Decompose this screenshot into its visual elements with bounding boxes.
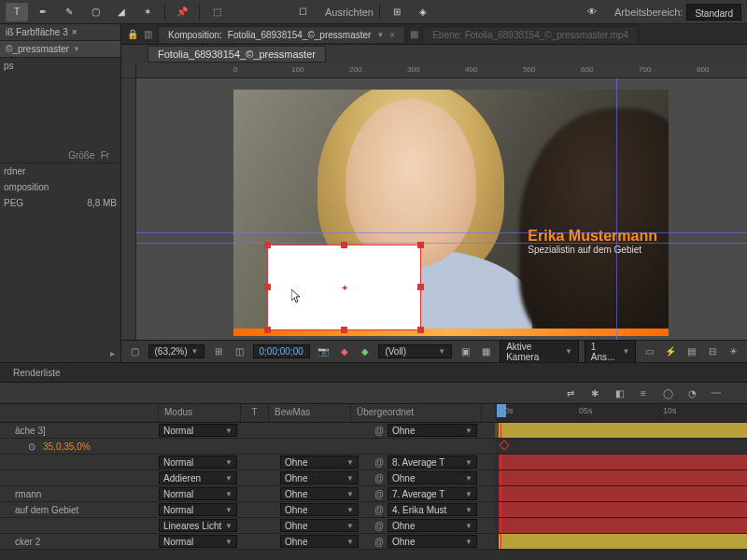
- layer-bar[interactable]: [499, 486, 747, 501]
- auto-keyframe-icon[interactable]: ◔: [684, 385, 700, 401]
- col-bewmas[interactable]: BewMas: [269, 404, 351, 422]
- col-t[interactable]: T: [241, 404, 269, 422]
- views-select[interactable]: 1 Ans...▼: [585, 340, 637, 364]
- timeline-row[interactable]: Addieren▼Ohne▼@Ohne▼: [0, 470, 747, 486]
- grid-icon[interactable]: ⊞: [210, 343, 226, 360]
- track-area[interactable]: [495, 439, 747, 454]
- fast-preview-icon[interactable]: ⚡: [663, 343, 679, 360]
- blend-mode-select[interactable]: Lineares Licht▼: [159, 519, 237, 532]
- track-area[interactable]: [495, 518, 747, 533]
- timeline-row[interactable]: Lineares Licht▼Ohne▼@Ohne▼: [0, 518, 747, 534]
- snapshot-icon[interactable]: 📷: [316, 343, 331, 360]
- layer-name[interactable]: auf dem Gebiet: [0, 505, 159, 515]
- channel-icon[interactable]: ◆: [336, 343, 352, 360]
- keyframe-icon[interactable]: [499, 440, 509, 450]
- col-parent[interactable]: Übergeordnet: [351, 404, 482, 422]
- ruler-horizontal[interactable]: 0 100 200 300 400 500 600 700 800: [136, 63, 747, 78]
- motion-blur-icon[interactable]: ≡: [635, 385, 652, 401]
- scale-value[interactable]: 35,0,35,0%: [39, 441, 91, 452]
- composition-viewer[interactable]: 0 100 200 300 400 500 600 700 800 Erika …: [121, 63, 747, 340]
- timeline-row[interactable]: cker 2Normal▼Ohne▼@Ohne▼: [0, 534, 747, 550]
- hand-tool[interactable]: ⬚: [205, 3, 228, 21]
- pickwhip-icon[interactable]: @: [374, 488, 385, 499]
- resize-handle[interactable]: [341, 327, 347, 333]
- pen-tool[interactable]: ✒: [32, 3, 54, 21]
- pickwhip-icon[interactable]: @: [374, 520, 385, 531]
- color-mgmt-icon[interactable]: ◆: [358, 343, 374, 360]
- pixel-aspect-icon[interactable]: ▭: [641, 343, 657, 360]
- time-ruler[interactable]: 0s 05s 10s: [495, 404, 747, 422]
- guide-horizontal[interactable]: [136, 232, 747, 233]
- col-modus[interactable]: Modus: [159, 404, 241, 422]
- track-area[interactable]: [495, 502, 747, 517]
- layer-name[interactable]: äche 3]: [0, 426, 159, 436]
- ruler-vertical[interactable]: [121, 78, 136, 340]
- resize-handle[interactable]: [417, 242, 424, 248]
- pickwhip-icon[interactable]: @: [374, 425, 385, 436]
- parent-select[interactable]: 7. Average T▼: [388, 487, 477, 500]
- shy-icon[interactable]: ✱: [586, 385, 603, 401]
- flowchart-icon[interactable]: ⊟: [705, 343, 721, 360]
- timeline-row[interactable]: auf dem GebietNormal▼Ohne▼@4. Erika Must…: [0, 502, 747, 518]
- blend-mode-select[interactable]: Normal▼: [159, 503, 237, 516]
- parent-select[interactable]: Ohne▼: [388, 471, 477, 484]
- track-area[interactable]: [495, 423, 747, 438]
- stopwatch-icon[interactable]: ⊙: [28, 441, 35, 452]
- resize-handle[interactable]: [264, 284, 271, 290]
- panel-tab-project[interactable]: ©_pressmaster ▼: [0, 41, 120, 58]
- track-area[interactable]: [495, 470, 747, 485]
- selected-layer-rect[interactable]: ✦: [267, 245, 421, 330]
- anchor-point-icon[interactable]: ✦: [340, 283, 349, 292]
- layer-bar[interactable]: [499, 518, 747, 533]
- roi-icon[interactable]: ▣: [458, 343, 473, 360]
- timecode-field[interactable]: 0;00;00;00: [253, 344, 310, 358]
- comp-tab-active[interactable]: Komposition: Fotolia_68938154_©_pressmas…: [158, 26, 405, 43]
- parent-select[interactable]: 8. Average T▼: [388, 455, 477, 469]
- expand-icon[interactable]: ▸: [110, 348, 115, 358]
- trkmat-select[interactable]: Ohne▼: [280, 487, 359, 500]
- layer-name[interactable]: cker 2: [0, 537, 159, 547]
- layer-name[interactable]: rmann: [0, 489, 159, 499]
- layer-bar[interactable]: [499, 534, 747, 549]
- timeline-row[interactable]: äche 3]Normal▼@Ohne▼: [0, 423, 747, 439]
- eraser-tool[interactable]: ◢: [110, 3, 133, 21]
- project-item[interactable]: rdner: [0, 163, 120, 179]
- blend-mode-select[interactable]: Normal▼: [159, 455, 237, 469]
- puppet-tool[interactable]: 📌: [171, 3, 193, 21]
- layer-bar[interactable]: [499, 470, 747, 485]
- parent-select[interactable]: Ohne▼: [388, 424, 477, 437]
- trkmat-select[interactable]: Ohne▼: [280, 503, 359, 516]
- close-icon[interactable]: ×: [389, 30, 395, 40]
- pickwhip-icon[interactable]: @: [374, 536, 385, 547]
- canvas[interactable]: Erika Mustermann Spezialistin auf dem Ge…: [136, 78, 747, 340]
- track-area[interactable]: [495, 455, 747, 469]
- timeline-tab-render[interactable]: Renderliste: [4, 366, 70, 380]
- workspace-select[interactable]: Standard: [686, 4, 741, 21]
- guide-vertical[interactable]: [616, 78, 617, 340]
- project-item[interactable]: PEG8,8 MB: [0, 195, 120, 211]
- guide-horizontal[interactable]: [136, 243, 747, 244]
- resize-handle[interactable]: [264, 327, 271, 333]
- trkmat-select[interactable]: Ohne▼: [280, 455, 359, 469]
- project-item[interactable]: omposition: [0, 179, 120, 195]
- transparency-grid-icon[interactable]: ▦: [479, 343, 495, 360]
- blend-mode-select[interactable]: Normal▼: [159, 424, 237, 437]
- track-area[interactable]: [495, 534, 747, 549]
- pickwhip-icon[interactable]: @: [374, 504, 385, 515]
- timeline-icon[interactable]: ▤: [684, 343, 699, 360]
- brainstorm-icon[interactable]: ◯: [659, 385, 676, 401]
- resize-handle[interactable]: [417, 284, 424, 290]
- resize-handle[interactable]: [417, 327, 424, 333]
- layer-bar[interactable]: [499, 455, 747, 469]
- parent-select[interactable]: 4. Erika Must▼: [388, 503, 477, 516]
- pickwhip-icon[interactable]: @: [374, 456, 385, 468]
- exposure-icon[interactable]: ☀: [726, 343, 742, 360]
- blend-mode-select[interactable]: Addieren▼: [159, 471, 237, 484]
- snap-toggle[interactable]: ☐: [291, 3, 314, 21]
- trkmat-select[interactable]: Ohne▼: [280, 535, 359, 548]
- layer-bar[interactable]: [499, 502, 747, 517]
- trkmat-select[interactable]: Ohne▼: [280, 471, 359, 484]
- brush-tool[interactable]: ✎: [58, 3, 80, 21]
- snap-bounds-icon[interactable]: ⊞: [386, 3, 408, 21]
- trkmat-select[interactable]: Ohne▼: [280, 519, 359, 532]
